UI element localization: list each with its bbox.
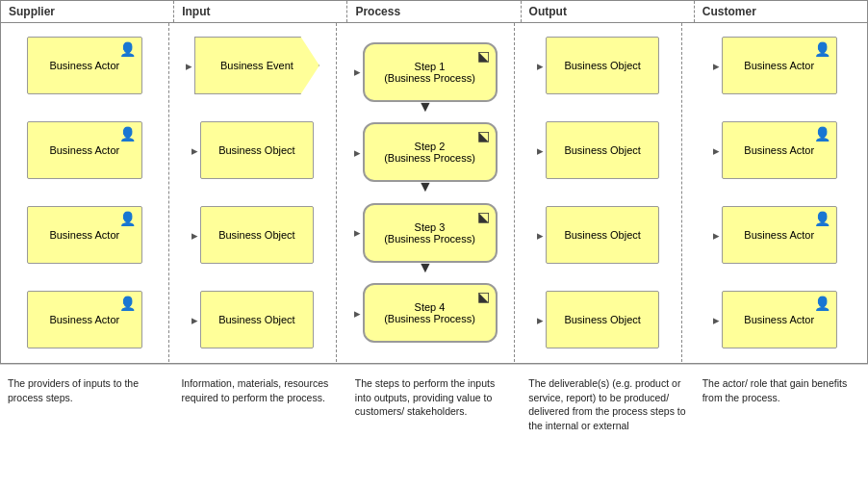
process-to-output-arrow-2: ▸ (537, 143, 544, 158)
output-cell-1: ▸ Business Object (515, 23, 682, 108)
process-step-1: ⬕ Step 1 (Business Process) (363, 42, 498, 102)
process-step-3: ⬕ Step 3 (Business Process) (363, 203, 498, 263)
customer-actor-2: 👤 Business Actor (722, 121, 837, 179)
supplier-actor-1: 👤 Business Actor (27, 37, 142, 94)
supplier-column: 👤 Business Actor 👤 Business Actor 👤 Busi… (1, 23, 169, 362)
input-to-process-arrow-3: ▸ (354, 225, 361, 240)
input-to-process-arrow-1: ▸ (354, 64, 361, 79)
output-column: ▸ Business Object ▸ Business Object ▸ (515, 23, 683, 362)
output-to-customer-arrow-4: ▸ (713, 313, 720, 327)
output-object-1: Business Object (546, 37, 659, 94)
output-object-3: Business Object (546, 206, 659, 264)
customer-actor-3: 👤 Business Actor (722, 206, 837, 264)
output-object-4: Business Object (546, 291, 659, 348)
footer-output: The deliverable(s) (e.g. product or serv… (521, 373, 694, 437)
process-to-output-arrow-4: ▸ (537, 313, 544, 327)
footer-supplier: The providers of inputs to the process s… (0, 373, 173, 437)
footer-customer: The actor/ role that gain benefits from … (695, 373, 868, 437)
process-step-1-group: ▸ ⬕ Step 1 (Business Process) ▼ (354, 42, 498, 112)
down-arrow-2: ▼ (418, 182, 433, 192)
process-to-output-arrow-1: ▸ (537, 59, 544, 73)
supplier-cell-3: 👤 Business Actor (1, 193, 168, 277)
footer-input: Information, materials, resources requir… (173, 373, 346, 437)
output-header: Output (522, 1, 695, 22)
output-to-customer-arrow-2: ▸ (713, 143, 720, 158)
down-arrow-3: ▼ (418, 263, 433, 272)
input-to-process-arrow-4: ▸ (354, 306, 361, 321)
customer-column: ▸ 👤 Business Actor ▸ 👤 Business Actor (682, 23, 867, 362)
supplier-header: Supplier (1, 1, 174, 22)
input-object-2: Business Object (200, 121, 314, 179)
supplier-cell-1: 👤 Business Actor (1, 23, 168, 108)
process-step-2: ⬕ Step 2 (Business Process) (363, 122, 498, 182)
process-step-4-group: ▸ ⬕ Step 4 (Business Process) (354, 283, 498, 343)
customer-icon-4: 👤 (814, 296, 830, 311)
process-flag-3: ⬕ (477, 209, 490, 224)
input-to-process-arrow-2: ▸ (354, 145, 361, 160)
customer-icon-3: 👤 (814, 211, 830, 226)
process-step-4: ⬕ Step 4 (Business Process) (363, 283, 498, 343)
actor-icon-1: 👤 (119, 41, 136, 57)
input-column: ▸ Business Event ▸ Business Object (169, 23, 338, 362)
customer-cell-3: ▸ 👤 Business Actor (682, 193, 867, 277)
input-object-3: Business Object (200, 206, 314, 264)
process-flag-4: ⬕ (477, 289, 490, 304)
input-cell-1: ▸ Business Event (169, 23, 337, 108)
customer-header: Customer (695, 1, 867, 22)
customer-actor-4: 👤 Business Actor (722, 291, 837, 348)
supplier-to-input-arrow-3: ▸ (191, 228, 198, 243)
process-header: Process (347, 1, 521, 22)
footer-section: The providers of inputs to the process s… (0, 364, 868, 441)
customer-icon-1: 👤 (814, 41, 830, 57)
supplier-actor-4: 👤 Business Actor (27, 291, 142, 348)
down-arrow-1: ▼ (418, 102, 433, 112)
process-to-output-arrow-3: ▸ (537, 228, 544, 243)
customer-cell-2: ▸ 👤 Business Actor (682, 108, 867, 193)
input-cell-3: ▸ Business Object (169, 193, 337, 277)
process-flag-2: ⬕ (477, 128, 490, 143)
process-column: ▸ ⬕ Step 1 (Business Process) ▼ ▸ ⬕ Step… (337, 23, 515, 362)
output-object-2: Business Object (546, 121, 659, 179)
actor-icon-4: 👤 (119, 296, 136, 311)
supplier-to-input-arrow-2: ▸ (191, 143, 198, 158)
supplier-actor-3: 👤 Business Actor (27, 206, 142, 264)
footer-process: The steps to perform the inputs into out… (347, 373, 521, 437)
process-flag-1: ⬕ (477, 48, 490, 64)
process-step-3-group: ▸ ⬕ Step 3 (Business Process) ▼ (354, 203, 498, 272)
output-to-customer-arrow-1: ▸ (713, 59, 720, 73)
supplier-to-input-arrow-4: ▸ (191, 313, 198, 327)
customer-icon-2: 👤 (814, 126, 830, 142)
output-cell-4: ▸ Business Object (515, 277, 682, 362)
business-event-1: Business Event (194, 37, 319, 94)
output-cell-3: ▸ Business Object (515, 193, 682, 277)
input-cell-2: ▸ Business Object (169, 108, 337, 193)
customer-cell-4: ▸ 👤 Business Actor (682, 277, 867, 362)
output-to-customer-arrow-3: ▸ (713, 228, 720, 243)
input-object-4: Business Object (200, 291, 314, 348)
supplier-cell-2: 👤 Business Actor (1, 108, 168, 193)
customer-actor-1: 👤 Business Actor (722, 37, 837, 94)
input-cell-4: ▸ Business Object (169, 277, 337, 362)
actor-icon-3: 👤 (119, 211, 136, 226)
input-header: Input (174, 1, 347, 22)
customer-cell-1: ▸ 👤 Business Actor (682, 23, 867, 108)
supplier-to-input-arrow-1: ▸ (186, 59, 192, 73)
supplier-cell-4: 👤 Business Actor (1, 277, 168, 362)
supplier-actor-2: 👤 Business Actor (27, 121, 142, 179)
process-step-2-group: ▸ ⬕ Step 2 (Business Process) ▼ (354, 122, 498, 192)
output-cell-2: ▸ Business Object (515, 108, 682, 193)
actor-icon-2: 👤 (119, 126, 136, 142)
